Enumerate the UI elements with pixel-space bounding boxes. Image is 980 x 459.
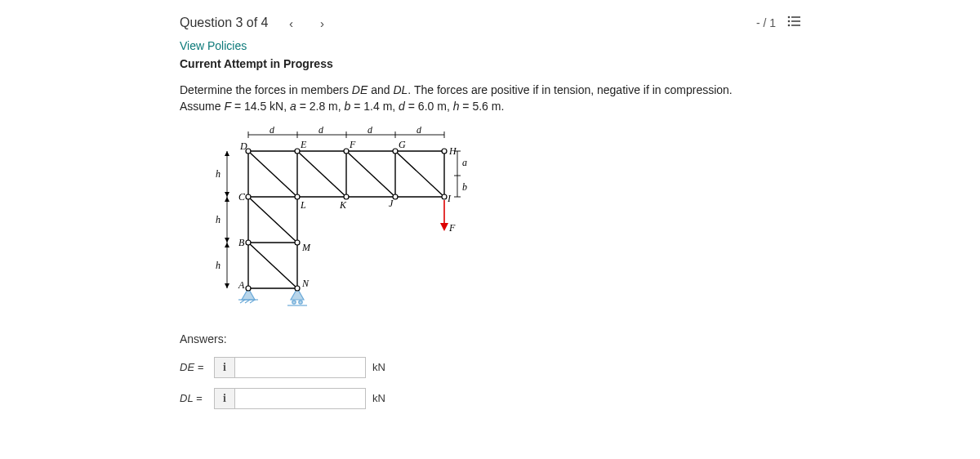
svg-point-54 bbox=[292, 300, 296, 303]
svg-marker-25 bbox=[225, 238, 229, 243]
svg-line-38 bbox=[248, 151, 297, 197]
truss-figure: d d d d h h h bbox=[207, 127, 800, 318]
svg-text:B: B bbox=[238, 237, 245, 248]
next-question-button[interactable]: › bbox=[314, 15, 331, 31]
svg-point-60 bbox=[393, 149, 398, 154]
svg-point-61 bbox=[442, 149, 447, 154]
answer-unit: kN bbox=[372, 361, 385, 373]
info-icon[interactable]: i bbox=[214, 357, 235, 378]
prev-question-button[interactable]: ‹ bbox=[283, 15, 300, 31]
svg-text:d: d bbox=[416, 127, 422, 136]
score-display: - / 1 bbox=[756, 16, 776, 29]
attempt-status: Current Attempt in Progress bbox=[180, 57, 800, 70]
svg-line-40 bbox=[346, 151, 395, 197]
svg-marker-26 bbox=[225, 243, 229, 247]
svg-line-46 bbox=[248, 197, 297, 243]
answer-input-de[interactable] bbox=[235, 357, 366, 378]
question-counter: Question 3 of 4 bbox=[180, 16, 269, 30]
svg-text:h: h bbox=[216, 260, 220, 271]
svg-text:d: d bbox=[318, 127, 324, 136]
answer-unit: kN bbox=[372, 392, 385, 404]
svg-text:E: E bbox=[300, 139, 307, 150]
svg-rect-1 bbox=[791, 16, 800, 18]
svg-marker-22 bbox=[225, 151, 229, 156]
svg-text:F: F bbox=[349, 139, 356, 150]
svg-point-4 bbox=[788, 25, 791, 27]
answers-heading: Answers: bbox=[180, 332, 800, 345]
svg-point-62 bbox=[246, 194, 251, 199]
svg-line-47 bbox=[248, 243, 297, 288]
question-prompt: Determine the forces in members DE and D… bbox=[180, 82, 784, 115]
svg-text:A: A bbox=[238, 279, 245, 291]
svg-line-39 bbox=[297, 151, 346, 197]
svg-text:M: M bbox=[301, 242, 311, 253]
svg-text:G: G bbox=[399, 139, 406, 150]
svg-text:d: d bbox=[270, 127, 275, 136]
svg-point-70 bbox=[295, 286, 300, 291]
svg-text:F: F bbox=[448, 222, 456, 234]
info-icon[interactable]: i bbox=[214, 388, 235, 409]
answer-label: DE = bbox=[180, 361, 214, 373]
svg-rect-5 bbox=[791, 25, 800, 26]
svg-text:H: H bbox=[448, 145, 457, 157]
svg-line-41 bbox=[395, 151, 444, 197]
view-policies-link[interactable]: View Policies bbox=[180, 39, 800, 52]
svg-rect-3 bbox=[791, 20, 800, 22]
svg-point-58 bbox=[295, 149, 300, 154]
svg-text:b: b bbox=[462, 181, 467, 193]
svg-text:I: I bbox=[447, 193, 452, 204]
svg-point-68 bbox=[295, 240, 300, 245]
svg-point-55 bbox=[299, 300, 302, 303]
svg-text:h: h bbox=[216, 168, 220, 180]
answer-label: DL = bbox=[180, 392, 214, 404]
svg-point-2 bbox=[788, 20, 791, 23]
svg-marker-23 bbox=[225, 192, 229, 197]
svg-text:D: D bbox=[239, 140, 247, 152]
answer-input-dl[interactable] bbox=[235, 388, 366, 409]
svg-text:h: h bbox=[216, 214, 220, 225]
svg-text:N: N bbox=[301, 278, 310, 289]
svg-marker-27 bbox=[225, 283, 229, 288]
svg-marker-24 bbox=[225, 197, 229, 202]
svg-text:C: C bbox=[238, 191, 246, 203]
svg-text:J: J bbox=[389, 198, 394, 209]
svg-point-63 bbox=[295, 194, 300, 199]
question-list-icon[interactable] bbox=[787, 15, 800, 31]
svg-marker-72 bbox=[440, 223, 448, 231]
svg-text:a: a bbox=[462, 157, 467, 168]
svg-text:d: d bbox=[368, 127, 373, 136]
svg-text:L: L bbox=[300, 199, 306, 211]
svg-point-67 bbox=[246, 240, 251, 245]
svg-point-66 bbox=[442, 194, 447, 199]
svg-point-0 bbox=[788, 16, 791, 19]
answer-row-dl: DL = i kN bbox=[180, 388, 800, 409]
svg-point-65 bbox=[393, 194, 398, 199]
answer-row-de: DE = i kN bbox=[180, 357, 800, 378]
svg-text:K: K bbox=[339, 199, 347, 211]
svg-point-69 bbox=[246, 286, 251, 291]
svg-point-59 bbox=[344, 149, 349, 154]
